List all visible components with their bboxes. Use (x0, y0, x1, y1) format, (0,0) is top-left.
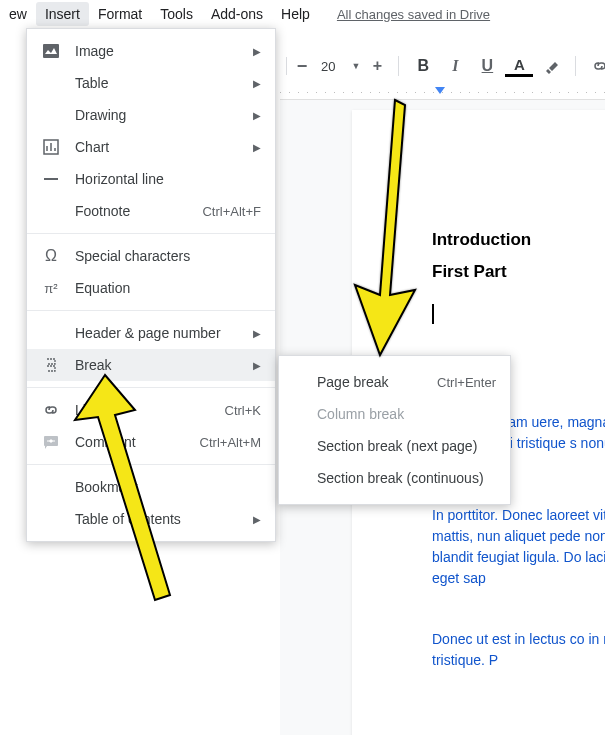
menu-shortcut: Ctrl+Alt+F (202, 204, 261, 219)
menu-label: Footnote (75, 203, 194, 219)
menu-item-horizontal-line[interactable]: Horizontal line (27, 163, 275, 195)
link-button[interactable] (586, 52, 605, 80)
font-size-decrease-button[interactable]: − (295, 52, 309, 80)
menu-label: Page break (317, 374, 429, 390)
menu-item-equation[interactable]: π² Equation (27, 272, 275, 304)
submenu-arrow-icon: ▶ (253, 142, 261, 153)
save-status[interactable]: All changes saved in Drive (337, 7, 490, 22)
submenu-arrow-icon: ▶ (253, 78, 261, 89)
omega-icon: Ω (41, 246, 61, 266)
submenu-arrow-icon: ▶ (253, 328, 261, 339)
menu-tools[interactable]: Tools (151, 2, 202, 26)
blank-icon (41, 105, 61, 125)
menu-label: Column break (317, 406, 496, 422)
menu-label: Drawing (75, 107, 245, 123)
menu-item-comment[interactable]: Comment Ctrl+Alt+M (27, 426, 275, 458)
submenu-arrow-icon: ▶ (253, 110, 261, 121)
menu-item-table-of-contents[interactable]: Table of contents ▶ (27, 503, 275, 535)
menu-label: Horizontal line (75, 171, 261, 187)
indent-marker[interactable] (435, 87, 445, 94)
menu-label: Comment (75, 434, 192, 450)
menu-divider (27, 387, 275, 388)
menu-item-chart[interactable]: Chart ▶ (27, 131, 275, 163)
toolbar: − 20 ▼ + B I U A (280, 46, 605, 86)
chart-icon (41, 137, 61, 157)
blank-icon (41, 509, 61, 529)
menu-label: Break (75, 357, 245, 373)
menu-divider (27, 310, 275, 311)
font-size-increase-button[interactable]: + (370, 52, 384, 80)
menu-item-footnote[interactable]: Footnote Ctrl+Alt+F (27, 195, 275, 227)
menu-item-drawing[interactable]: Drawing ▶ (27, 99, 275, 131)
font-size-selector[interactable]: − 20 ▼ + (280, 52, 388, 80)
font-size-value[interactable]: 20 (315, 59, 341, 74)
menu-item-header-page-number[interactable]: Header & page number ▶ (27, 317, 275, 349)
insert-dropdown: Image ▶ Table ▶ Drawing ▶ Chart ▶ Horizo… (26, 28, 276, 542)
heading-first-part[interactable]: First Part (432, 262, 605, 282)
comment-icon (41, 432, 61, 452)
separator (575, 56, 576, 76)
highlight-button[interactable] (537, 52, 565, 80)
menu-label: Table (75, 75, 245, 91)
menu-item-link[interactable]: Link Ctrl+K (27, 394, 275, 426)
submenu-item-section-break-next-page[interactable]: Section break (next page) (279, 430, 510, 462)
menu-addons[interactable]: Add-ons (202, 2, 272, 26)
menu-label: Section break (continuous) (317, 470, 496, 486)
blank-icon (41, 201, 61, 221)
menu-item-special-characters[interactable]: Ω Special characters (27, 240, 275, 272)
menu-label: Header & page number (75, 325, 245, 341)
menu-label: Equation (75, 280, 261, 296)
submenu-arrow-icon: ▶ (253, 360, 261, 371)
menu-format[interactable]: Format (89, 2, 151, 26)
menu-item-table[interactable]: Table ▶ (27, 67, 275, 99)
menu-label: Image (75, 43, 245, 59)
submenu-item-column-break: Column break (279, 398, 510, 430)
break-icon (41, 355, 61, 375)
menu-shortcut: Ctrl+Enter (437, 375, 496, 390)
blank-icon (41, 73, 61, 93)
menu-label: Chart (75, 139, 245, 155)
chevron-down-icon[interactable]: ▼ (347, 61, 364, 71)
image-icon (41, 41, 61, 61)
submenu-item-page-break[interactable]: Page break Ctrl+Enter (279, 366, 510, 398)
submenu-arrow-icon: ▶ (253, 46, 261, 57)
menu-item-bookmark[interactable]: Bookmark (27, 471, 275, 503)
bold-button[interactable]: B (409, 52, 437, 80)
text-color-button[interactable]: A (505, 55, 533, 77)
italic-button[interactable]: I (441, 52, 469, 80)
menu-item-image[interactable]: Image ▶ (27, 35, 275, 67)
menu-divider (27, 464, 275, 465)
body-paragraph[interactable]: In porttitor. Donec laoreet vitae, preti… (432, 505, 605, 589)
menu-label: Special characters (75, 248, 261, 264)
link-icon (41, 400, 61, 420)
menu-bar: ew Insert Format Tools Add-ons Help All … (0, 0, 605, 28)
menu-insert[interactable]: Insert (36, 2, 89, 26)
separator (286, 57, 287, 75)
menu-label: Table of contents (75, 511, 245, 527)
blank-icon (41, 323, 61, 343)
submenu-item-section-break-continuous[interactable]: Section break (continuous) (279, 462, 510, 494)
pi-icon: π² (41, 278, 61, 298)
menu-label: Section break (next page) (317, 438, 496, 454)
menu-shortcut: Ctrl+K (225, 403, 261, 418)
menu-shortcut: Ctrl+Alt+M (200, 435, 261, 450)
menu-view[interactable]: ew (0, 2, 36, 26)
svg-rect-0 (43, 44, 59, 58)
break-submenu: Page break Ctrl+Enter Column break Secti… (278, 355, 511, 505)
separator (398, 56, 399, 76)
horizontal-line-icon (41, 169, 61, 189)
menu-help[interactable]: Help (272, 2, 319, 26)
submenu-arrow-icon: ▶ (253, 514, 261, 525)
underline-button[interactable]: U (473, 52, 501, 80)
ruler[interactable] (280, 86, 605, 100)
body-paragraph[interactable]: Donec ut est in lectus co in nunc porta … (432, 629, 605, 671)
text-cursor (432, 304, 434, 324)
blank-icon (41, 477, 61, 497)
menu-label: Link (75, 402, 217, 418)
heading-introduction[interactable]: Introduction (432, 230, 605, 250)
menu-label: Bookmark (75, 479, 261, 495)
menu-item-break[interactable]: Break ▶ (27, 349, 275, 381)
menu-divider (27, 233, 275, 234)
